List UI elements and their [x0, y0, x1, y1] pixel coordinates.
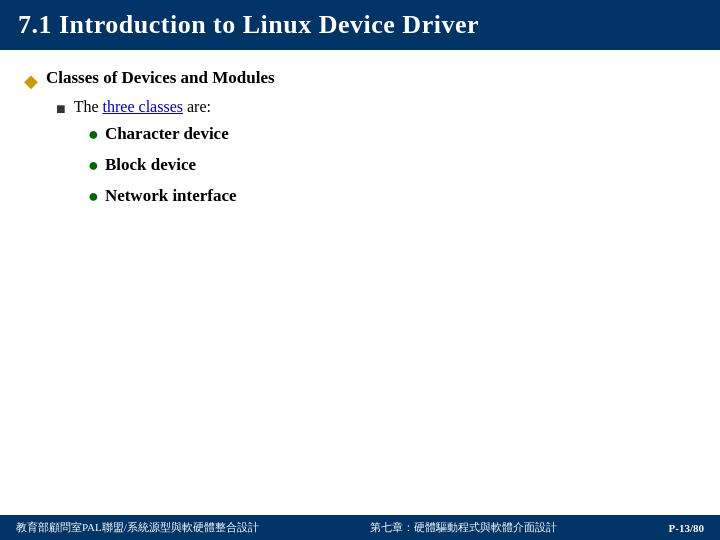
slide-title: 7.1 Introduction to Linux Device Driver — [18, 10, 479, 39]
slide-footer: 教育部顧問室PAL聯盟/系統源型與軟硬體整合設計 第七章：硬體驅動程式與軟體介面… — [0, 515, 720, 540]
level2-text: The three classes are: — [74, 98, 211, 116]
level3-text-2: Block device — [105, 153, 196, 177]
square-icon: ■ — [56, 100, 66, 118]
level1-text: Classes of Devices and Modules — [46, 68, 275, 88]
level3-item-1: ● Character device — [88, 122, 696, 147]
diamond-icon: ◆ — [24, 70, 38, 92]
level2-item: ■ The three classes are: — [56, 98, 696, 118]
bullet-circle-icon-2: ● — [88, 153, 99, 178]
bullet-circle-icon-3: ● — [88, 184, 99, 209]
level3-text-1: Character device — [105, 122, 229, 146]
level3-item-3: ● Network interface — [88, 184, 696, 209]
level2-text-before: The — [74, 98, 103, 115]
level2-highlight: three classes — [103, 98, 183, 115]
footer-center-text: 第七章：硬體驅動程式與軟體介面設計 — [370, 520, 557, 535]
level2-text-after: are: — [183, 98, 211, 115]
footer-right-text: P-13/80 — [669, 522, 704, 534]
level3-text-3: Network interface — [105, 184, 237, 208]
level1-item: ◆ Classes of Devices and Modules — [24, 68, 696, 92]
slide-header: 7.1 Introduction to Linux Device Driver — [0, 0, 720, 50]
slide-content: ◆ Classes of Devices and Modules ■ The t… — [0, 50, 720, 515]
level3-item-2: ● Block device — [88, 153, 696, 178]
footer-left-text: 教育部顧問室PAL聯盟/系統源型與軟硬體整合設計 — [16, 520, 259, 535]
bullet-circle-icon-1: ● — [88, 122, 99, 147]
